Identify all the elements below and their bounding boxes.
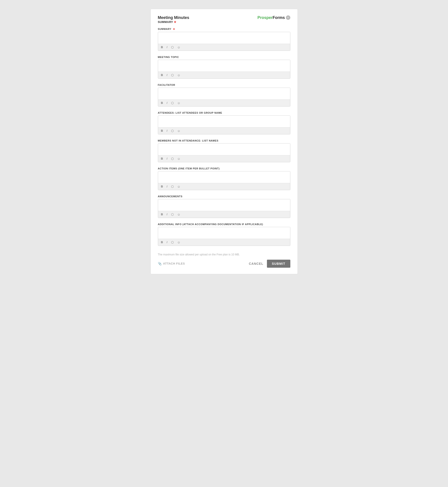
input-summary[interactable] [158,32,290,44]
field-members-not-attending: MEMBERS NOT IN ATTENDANCE: LIST NAMES B … [158,139,290,162]
bold-button-attendees[interactable]: B [160,129,164,133]
header-right: Prosper Forms × [257,15,290,20]
emoji-button-additional-info[interactable]: ☺ [177,240,181,244]
input-members-not-attending[interactable] [158,143,290,155]
link-button-members-not-attending[interactable]: ⬡ [170,157,174,161]
label-action-items: ACTION ITEMS (ONE ITEM PER BULLET POINT) [158,167,290,170]
emoji-button-summary[interactable]: ☺ [177,45,181,49]
label-announcements: ANNOUNCEMENTS [158,195,290,198]
toolbar-announcements: B I ⬡ ☺ [158,211,290,218]
file-size-note: The maximum file size allowed per upload… [158,253,290,256]
bold-button-additional-info[interactable]: B [160,240,164,244]
link-button-meeting-topic[interactable]: ⬡ [170,73,174,77]
link-button-facilitator[interactable]: ⬡ [170,101,174,105]
field-action-items: ACTION ITEMS (ONE ITEM PER BULLET POINT)… [158,167,290,190]
bold-button-members-not-attending[interactable]: B [160,157,164,160]
toolbar-summary: B I ⬡ ☺ [158,44,290,51]
editor-announcements: B I ⬡ ☺ [158,199,290,218]
bold-button-announcements[interactable]: B [160,212,164,216]
emoji-button-members-not-attending[interactable]: ☺ [177,157,181,161]
label-members-not-attending: MEMBERS NOT IN ATTENDANCE: LIST NAMES [158,139,290,142]
brand-forms: Forms [272,16,285,20]
form-subtitle: SUMMARY★ [158,20,189,24]
bold-button-facilitator[interactable]: B [160,101,164,105]
input-action-items[interactable] [158,171,290,183]
italic-button-meeting-topic[interactable]: I [166,73,168,77]
emoji-button-action-items[interactable]: ☺ [177,185,181,189]
italic-button-additional-info[interactable]: I [166,240,168,244]
editor-attendees: B I ⬡ ☺ [158,116,290,134]
footer-actions: 📎 ATTACH FILES CANCEL SUBMIT [158,260,290,268]
editor-action-items: B I ⬡ ☺ [158,171,290,190]
submit-actions: CANCEL SUBMIT [249,260,290,268]
attach-files-button[interactable]: 📎 ATTACH FILES [158,262,185,266]
link-button-action-items[interactable]: ⬡ [170,185,174,189]
required-star: ★ [174,20,176,24]
input-additional-info[interactable] [158,227,290,239]
field-meeting-topic: MEETING TOPIC B I ⬡ ☺ [158,56,290,79]
field-attendees: ATTENDEES: LIST ATTENDEES OR GROUP NAME … [158,111,290,134]
bold-button-action-items[interactable]: B [160,185,164,188]
italic-button-facilitator[interactable]: I [166,101,168,105]
fields-container: SUMMARY ★ B I ⬡ ☺ MEETING TOPIC B I [158,28,290,246]
label-attendees: ATTENDEES: LIST ATTENDEES OR GROUP NAME [158,111,290,114]
link-button-additional-info[interactable]: ⬡ [170,240,174,244]
emoji-button-facilitator[interactable]: ☺ [177,101,181,105]
toolbar-meeting-topic: B I ⬡ ☺ [158,71,290,79]
emoji-button-meeting-topic[interactable]: ☺ [177,73,181,77]
editor-summary: B I ⬡ ☺ [158,32,290,51]
bold-button-summary[interactable]: B [160,45,164,49]
field-additional-info: ADDITIONAL INFO (ATTACH ACCOMPANYING DOC… [158,223,290,246]
form-title: Meeting Minutes [158,15,189,20]
emoji-button-attendees[interactable]: ☺ [177,129,181,133]
italic-button-announcements[interactable]: I [166,212,168,216]
brand-prosper: Prosper [257,16,272,20]
italic-button-members-not-attending[interactable]: I [166,157,168,160]
italic-button-summary[interactable]: I [166,45,168,49]
paperclip-icon: 📎 [158,262,162,266]
submit-button[interactable]: SUBMIT [267,260,290,268]
input-facilitator[interactable] [158,88,290,99]
label-summary: SUMMARY ★ [158,28,290,31]
toolbar-facilitator: B I ⬡ ☺ [158,99,290,106]
toolbar-additional-info: B I ⬡ ☺ [158,239,290,246]
label-meeting-topic: MEETING TOPIC [158,56,290,58]
form-header: Meeting Minutes SUMMARY★ Prosper Forms × [158,15,290,24]
italic-button-attendees[interactable]: I [166,129,168,133]
field-summary: SUMMARY ★ B I ⬡ ☺ [158,28,290,51]
editor-additional-info: B I ⬡ ☺ [158,227,290,246]
editor-facilitator: B I ⬡ ☺ [158,88,290,107]
input-attendees[interactable] [158,116,290,127]
italic-button-action-items[interactable]: I [166,185,168,188]
header-title-group: Meeting Minutes SUMMARY★ [158,15,189,24]
editor-members-not-attending: B I ⬡ ☺ [158,143,290,162]
link-button-attendees[interactable]: ⬡ [170,129,174,133]
form-footer: The maximum file size allowed per upload… [158,251,290,268]
close-button[interactable]: × [286,15,290,20]
cancel-button[interactable]: CANCEL [249,262,263,266]
label-facilitator: FACILITATOR [158,84,290,86]
toolbar-attendees: B I ⬡ ☺ [158,127,290,134]
emoji-button-announcements[interactable]: ☺ [177,212,181,216]
link-button-summary[interactable]: ⬡ [170,45,174,49]
input-meeting-topic[interactable] [158,60,290,71]
label-additional-info: ADDITIONAL INFO (ATTACH ACCOMPANYING DOC… [158,223,290,226]
toolbar-action-items: B I ⬡ ☺ [158,183,290,190]
brand-logo: Prosper Forms [257,16,285,20]
editor-meeting-topic: B I ⬡ ☺ [158,60,290,79]
field-announcements: ANNOUNCEMENTS B I ⬡ ☺ [158,195,290,218]
toolbar-members-not-attending: B I ⬡ ☺ [158,155,290,162]
input-announcements[interactable] [158,199,290,211]
field-facilitator: FACILITATOR B I ⬡ ☺ [158,84,290,107]
link-button-announcements[interactable]: ⬡ [170,212,174,216]
form-container: Meeting Minutes SUMMARY★ Prosper Forms ×… [151,9,298,274]
bold-button-meeting-topic[interactable]: B [160,73,164,77]
